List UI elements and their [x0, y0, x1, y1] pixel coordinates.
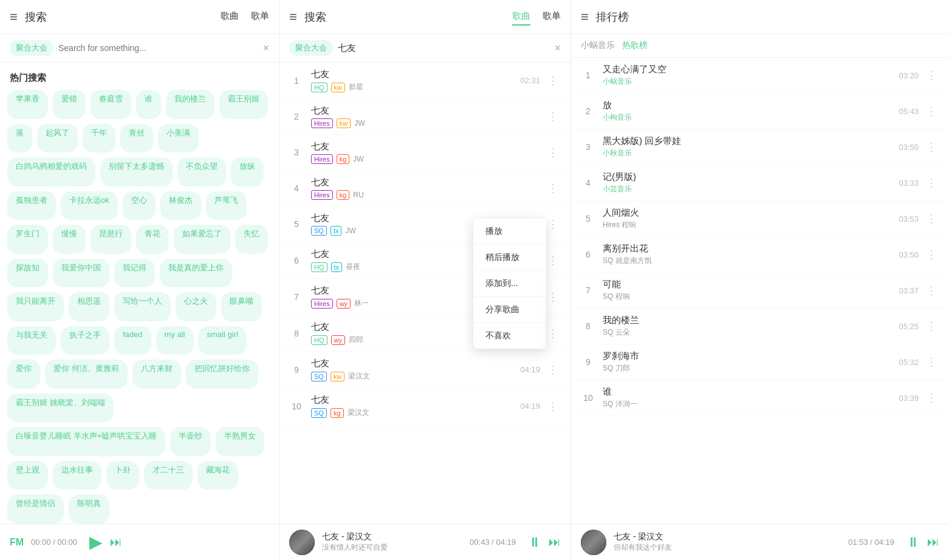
song-more-button[interactable]: ⋮: [545, 215, 561, 233]
hot-search-tag[interactable]: my all: [156, 326, 194, 355]
hot-search-tag[interactable]: 爱你 何洁、黄雅莉: [45, 360, 128, 389]
song-item[interactable]: 4 七友 Hireskg RU ⋮: [279, 171, 570, 207]
context-menu-item[interactable]: 分享歌曲: [473, 297, 546, 323]
rank-more-button[interactable]: ⋮: [923, 245, 939, 264]
left-search-close[interactable]: ×: [262, 42, 269, 55]
rank-item[interactable]: 1 又走心满了又空 小蜗音乐 03:20 ⋮: [571, 58, 949, 94]
rank-more-button[interactable]: ⋮: [923, 138, 939, 156]
hot-search-tag[interactable]: 千年: [83, 124, 115, 153]
hot-search-tag[interactable]: 白噪音婴儿睡眠 羊水声+嘘声哄宝宝入睡: [7, 427, 165, 456]
song-item[interactable]: 1 七友 HQkw 群星 02:31 ⋮: [279, 63, 570, 99]
rank-item[interactable]: 2 放 小枸音乐 05:43 ⋮: [571, 94, 949, 129]
rank-more-button[interactable]: ⋮: [923, 281, 939, 299]
hot-search-tag[interactable]: 霸王别姬: [219, 90, 268, 119]
hot-search-tag[interactable]: 执子之手: [61, 326, 109, 355]
left-tab-songs[interactable]: 歌曲: [221, 8, 239, 26]
hot-search-tag[interactable]: 壁上观: [7, 461, 48, 490]
context-menu-add[interactable]: 添加到...小蜗音乐小枸音乐小秋音乐小芸音乐小蜜音乐: [473, 271, 546, 297]
left-next-button[interactable]: ⏭: [110, 535, 122, 549]
right-menu-icon[interactable]: ≡: [581, 10, 589, 24]
hot-search-tag[interactable]: 青花: [136, 225, 169, 254]
hot-search-tag[interactable]: faded: [114, 326, 151, 355]
right-next-button[interactable]: ⏭: [927, 535, 939, 549]
hot-search-tag[interactable]: 失忆: [235, 225, 268, 254]
rank-item[interactable]: 7 可能 SQ 程响 03:37 ⋮: [571, 273, 949, 309]
hot-search-tag[interactable]: 我只能离开: [7, 292, 64, 321]
chart-name[interactable]: 热歌榜: [622, 40, 648, 51]
hot-search-tag[interactable]: 爱错: [53, 90, 86, 119]
hot-search-tag[interactable]: 慢慢: [53, 225, 86, 254]
rank-more-button[interactable]: ⋮: [923, 66, 939, 84]
rank-item[interactable]: 6 离别开出花 SQ 就是南方凯 03:50 ⋮: [571, 237, 949, 273]
hot-search-tag[interactable]: 相思遥: [69, 292, 109, 321]
hot-search-tag[interactable]: 霸王别姬 姚晓棠、刘端端: [7, 394, 114, 423]
rank-item[interactable]: 10 谁 SQ 洋润一 03:39 ⋮: [571, 380, 949, 416]
song-more-button[interactable]: ⋮: [545, 143, 561, 162]
context-menu-item[interactable]: 不喜欢: [473, 323, 546, 349]
song-item[interactable]: 9 七友 SQkw 梁汉文 04:19 ⋮: [279, 352, 570, 388]
song-more-button[interactable]: ⋮: [545, 108, 561, 126]
hot-search-tag[interactable]: 把回忆拼好给你: [186, 360, 258, 389]
hot-search-tag[interactable]: 起风了: [37, 124, 78, 153]
song-more-button[interactable]: ⋮: [545, 361, 561, 379]
left-menu-icon[interactable]: ≡: [10, 10, 18, 24]
rank-item[interactable]: 5 人间烟火 Hires 程响 03:53 ⋮: [571, 201, 949, 237]
hot-search-tag[interactable]: 别留下太多遗憾: [100, 157, 173, 186]
hot-search-tag[interactable]: 如果爱忘了: [174, 225, 230, 254]
hot-search-tag[interactable]: 放纵: [231, 157, 264, 186]
song-more-button[interactable]: ⋮: [545, 72, 561, 90]
left-play-button[interactable]: ▶: [89, 532, 103, 552]
middle-tab-songs[interactable]: 歌曲: [512, 8, 530, 26]
rank-more-button[interactable]: ⋮: [923, 174, 939, 192]
hot-search-tag[interactable]: 爱你: [7, 360, 40, 389]
hot-search-tag[interactable]: 我记得: [114, 259, 155, 288]
hot-search-tag[interactable]: 半壶纱: [170, 427, 211, 456]
middle-next-button[interactable]: ⏭: [549, 535, 561, 549]
hot-search-tag[interactable]: 不负众望: [177, 157, 226, 186]
hot-search-tag[interactable]: 边水往事: [53, 461, 101, 490]
song-more-button[interactable]: ⋮: [545, 179, 561, 197]
hot-search-tag[interactable]: 写给一个人: [114, 292, 171, 321]
hot-search-tag[interactable]: 空心: [123, 191, 156, 220]
hot-search-tag[interactable]: 青丝: [120, 124, 153, 153]
hot-search-tag[interactable]: 春庭雪: [91, 90, 131, 119]
hot-search-tag[interactable]: 落: [7, 124, 32, 153]
song-more-button[interactable]: ⋮: [545, 251, 561, 270]
middle-search-close[interactable]: ×: [554, 42, 561, 55]
hot-search-tag[interactable]: 苹果香: [7, 90, 48, 119]
song-item[interactable]: 10 七友 SQkg 梁汉文 04:19 ⋮: [279, 388, 570, 425]
rank-more-button[interactable]: ⋮: [923, 102, 939, 120]
song-item[interactable]: 3 七友 Hireskg JW ⋮: [279, 135, 570, 171]
hot-search-tag[interactable]: 陈明真: [69, 494, 109, 524]
song-more-button[interactable]: ⋮: [545, 288, 561, 306]
song-more-button[interactable]: ⋮: [545, 324, 561, 343]
hot-search-tag[interactable]: 心之火: [176, 292, 216, 321]
rank-item[interactable]: 8 我的楼兰 SQ 云朵 05:25 ⋮: [571, 309, 949, 344]
hot-search-tag[interactable]: 我爱你中国: [53, 259, 109, 288]
hot-search-tag[interactable]: small girl: [199, 326, 247, 355]
middle-pause-button[interactable]: ⏸: [528, 534, 541, 550]
hot-search-tag[interactable]: 藏海花: [197, 461, 238, 490]
context-menu-item[interactable]: 播放: [473, 219, 546, 245]
left-search-input[interactable]: [58, 43, 258, 53]
hot-search-tag[interactable]: 孤独患者: [7, 191, 56, 220]
rank-more-button[interactable]: ⋮: [923, 389, 939, 407]
rank-more-button[interactable]: ⋮: [923, 353, 939, 371]
rank-more-button[interactable]: ⋮: [923, 317, 939, 335]
middle-menu-icon[interactable]: ≡: [289, 10, 297, 24]
hot-search-tag[interactable]: 谁: [136, 90, 161, 119]
song-item[interactable]: 2 七友 Hireskw JW ⋮: [279, 99, 570, 135]
chart-source[interactable]: 小蜗音乐: [581, 40, 615, 51]
hot-search-tag[interactable]: 我的楼兰: [166, 90, 214, 119]
hot-search-tag[interactable]: 曾经是情侣: [7, 494, 64, 524]
rank-item[interactable]: 9 罗刹海市 SQ 刀郎 05:32 ⋮: [571, 344, 949, 380]
right-pause-button[interactable]: ⏸: [906, 534, 920, 550]
hot-search-tag[interactable]: 琵琶行: [91, 225, 131, 254]
hot-search-tag[interactable]: 才二十三: [144, 461, 193, 490]
hot-search-tag[interactable]: 林俊杰: [160, 191, 201, 220]
hot-search-tag[interactable]: 我是真的爱上你: [160, 259, 232, 288]
hot-search-tag[interactable]: 眼鼻嘴: [221, 292, 262, 321]
left-tab-playlists[interactable]: 歌单: [251, 8, 269, 26]
song-more-button[interactable]: ⋮: [545, 397, 561, 415]
hot-search-tag[interactable]: 探故知: [7, 259, 48, 288]
